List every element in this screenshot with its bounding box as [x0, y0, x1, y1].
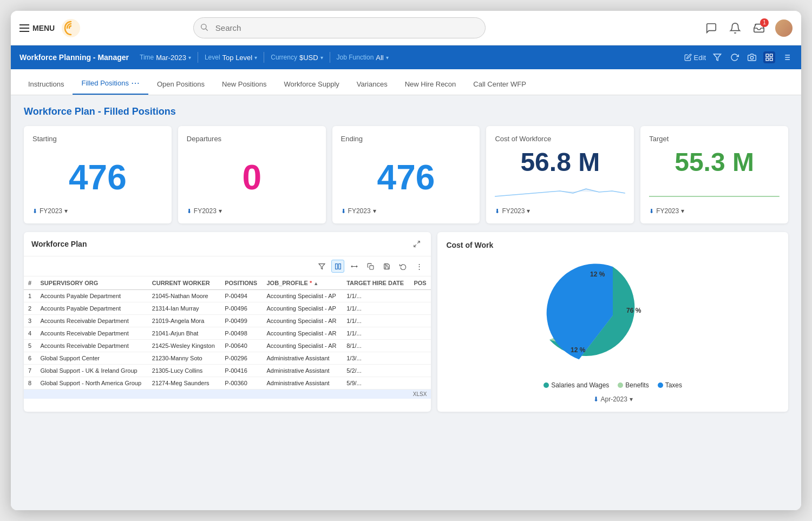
search-bar	[193, 17, 486, 38]
copy-icon[interactable]	[364, 260, 377, 273]
cell-3-3: P-00498	[220, 327, 262, 340]
pct-taxes: 12 %	[590, 271, 605, 278]
starting-chevron: ▾	[64, 207, 68, 215]
starting-footer[interactable]: ⬇ FY2023 ▾	[32, 207, 163, 215]
cost-footer[interactable]: ⬇ FY2023 ▾	[495, 207, 625, 215]
cell-0-4[interactable]: Accounting Specialist - AP	[263, 290, 343, 302]
svg-rect-23	[370, 265, 374, 269]
tab-open-positions[interactable]: Open Positions	[148, 75, 213, 95]
svg-rect-5	[766, 54, 769, 57]
jobfunction-filter[interactable]: Job Function All ▾	[337, 54, 389, 62]
undo-icon[interactable]	[396, 260, 409, 273]
cell-6-4[interactable]: Administrative Assistant	[263, 365, 343, 377]
cell-4-6	[409, 340, 431, 352]
inbox-icon[interactable]: 1	[751, 21, 767, 36]
cell-1-5: 1/1/...	[342, 302, 409, 315]
top-navbar: MENU 1	[11, 11, 801, 45]
cell-5-6	[409, 352, 431, 365]
list-icon[interactable]	[781, 51, 793, 63]
cell-2-5: 1/1/...	[342, 315, 409, 327]
time-filter[interactable]: Time Mar-2023 ▾	[140, 54, 191, 62]
cell-5-4[interactable]: Administrative Assistant	[263, 352, 343, 365]
refresh-icon[interactable]	[729, 51, 741, 63]
cell-4-3: P-00640	[220, 340, 262, 352]
edit-button[interactable]: Edit	[684, 54, 706, 62]
cell-1-0: 2	[24, 302, 36, 315]
tab-variances[interactable]: Variances	[348, 75, 396, 95]
camera-icon[interactable]	[746, 51, 758, 63]
chart-fy-icon: ⬇	[593, 395, 599, 403]
sep2	[264, 52, 264, 63]
filter-icon[interactable]	[711, 51, 723, 63]
col-pos: POS	[409, 276, 431, 290]
tab-instructions[interactable]: Instructions	[19, 75, 73, 95]
inbox-badge: 1	[760, 18, 769, 27]
tab-filled-positions[interactable]: Filled Positions ⋯	[73, 72, 148, 95]
tab-call-center-wfp[interactable]: Call Center WFP	[464, 75, 535, 95]
ending-label: Ending	[341, 135, 472, 143]
legend-benefits: Benefits	[618, 381, 649, 389]
legend-salaries: Salaries and Wages	[543, 381, 609, 389]
level-filter[interactable]: Level Top Level ▾	[205, 54, 257, 62]
departures-fy-icon: ⬇	[187, 208, 192, 215]
sep3	[330, 52, 330, 63]
departures-footer[interactable]: ⬇ FY2023 ▾	[187, 207, 317, 215]
cell-1-4[interactable]: Accounting Specialist - AP	[263, 302, 343, 315]
chart-footer[interactable]: ⬇ Apr-2023 ▾	[593, 395, 633, 403]
cell-5-5: 1/3/...	[342, 352, 409, 365]
col-job-profile[interactable]: JOB_PROFILE * ▲	[263, 276, 343, 290]
tab-new-positions[interactable]: New Positions	[213, 75, 275, 95]
edit-label: Edit	[694, 54, 706, 62]
workday-logo[interactable]	[61, 18, 81, 38]
cell-0-3: P-00494	[220, 290, 262, 302]
filter-rows-icon[interactable]	[315, 260, 328, 273]
svg-point-4	[750, 56, 753, 59]
more-icon[interactable]: ⋮	[412, 260, 425, 273]
currency-filter[interactable]: Currency $USD ▾	[271, 54, 323, 62]
level-chevron: ▾	[254, 55, 257, 61]
col-target-hire-date: TARGET HIRE DATE	[342, 276, 409, 290]
col-positions: POSITIONS	[220, 276, 262, 290]
ending-footer[interactable]: ⬇ FY2023 ▾	[341, 207, 472, 215]
cost-sparkline	[495, 181, 625, 203]
svg-line-2	[206, 29, 208, 31]
cell-4-1: Accounts Receivable Department	[36, 340, 148, 352]
cell-7-1: Global Support - North America Group	[36, 377, 148, 390]
departures-fy: FY2023	[194, 207, 217, 215]
cell-6-1: Global Support - UK & Ireland Group	[36, 365, 148, 377]
cell-1-2: 21314-Ian Murray	[148, 302, 220, 315]
cell-6-6	[409, 365, 431, 377]
notification-icon[interactable]	[728, 21, 743, 36]
save-icon[interactable]	[380, 260, 393, 273]
cell-7-4[interactable]: Administrative Assistant	[263, 377, 343, 390]
table-toolbar: ⋮	[24, 256, 431, 276]
cell-0-5: 1/1/...	[342, 290, 409, 302]
menu-button[interactable]: MENU	[19, 24, 55, 32]
kpi-target: Target 55.3 M ⬇ FY2023 ▾	[640, 126, 788, 223]
cell-6-5: 5/2/...	[342, 365, 409, 377]
kpi-departures: Departures 0 ⬇ FY2023 ▾	[178, 126, 326, 223]
departures-chevron: ▾	[219, 207, 222, 215]
tab-new-hire-recon[interactable]: New Hire Recon	[396, 75, 465, 95]
target-footer[interactable]: ⬇ FY2023 ▾	[649, 207, 780, 215]
search-input[interactable]	[193, 17, 486, 38]
cell-0-2: 21045-Nathan Moore	[148, 290, 220, 302]
target-sparkline	[649, 181, 780, 203]
ending-fy: FY2023	[348, 207, 371, 215]
expand-rows-icon[interactable]	[348, 260, 361, 273]
cell-4-4[interactable]: Accounting Specialist - AR	[263, 340, 343, 352]
nav-right-icons: 1	[704, 19, 793, 37]
col-current-worker: CURRENT WORKER	[148, 276, 220, 290]
chat-icon[interactable]	[704, 21, 719, 36]
cell-2-4[interactable]: Accounting Specialist - AR	[263, 315, 343, 327]
grid-icon[interactable]	[763, 51, 775, 63]
bottom-row: Workforce Plan	[24, 232, 788, 412]
expand-icon[interactable]	[410, 238, 423, 250]
user-avatar[interactable]	[775, 19, 793, 37]
cell-3-4[interactable]: Accounting Specialist - AR	[263, 327, 343, 340]
cell-0-6	[409, 290, 431, 302]
tab-workforce-supply[interactable]: Workforce Supply	[275, 75, 348, 95]
tab-options-icon[interactable]: ⋯	[131, 78, 140, 88]
target-chevron: ▾	[681, 207, 684, 215]
columns-icon[interactable]	[331, 260, 344, 273]
